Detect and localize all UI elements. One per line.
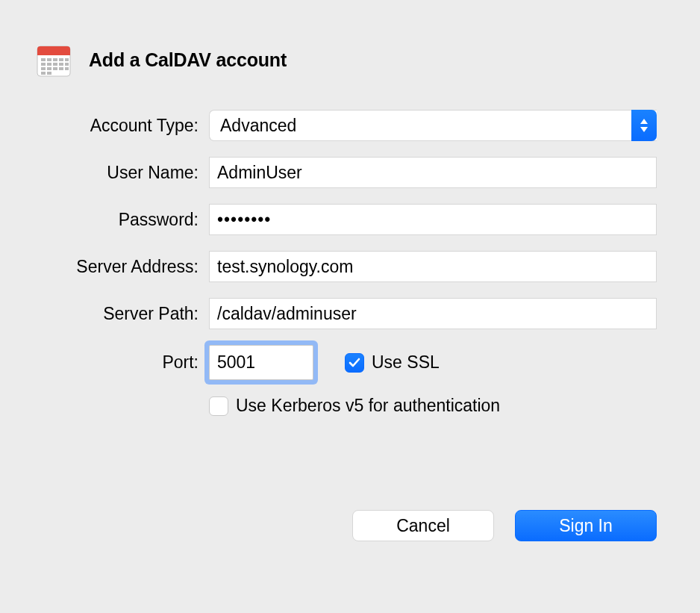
svg-rect-6 (59, 58, 63, 61)
row-account-type: Account Type: Advanced (41, 110, 657, 141)
svg-rect-19 (47, 72, 51, 75)
svg-rect-18 (41, 72, 46, 75)
label-user-name: User Name: (41, 163, 209, 183)
password-input[interactable] (209, 204, 657, 235)
svg-marker-20 (640, 119, 648, 124)
svg-rect-12 (65, 63, 69, 66)
port-input[interactable] (209, 345, 313, 380)
svg-rect-15 (53, 67, 57, 70)
use-ssl-checkbox[interactable]: Use SSL (345, 352, 440, 373)
svg-marker-21 (640, 127, 648, 132)
row-server-path: Server Path: (41, 298, 657, 329)
svg-rect-17 (65, 67, 69, 70)
server-address-input[interactable] (209, 251, 657, 282)
dialog-title: Add a CalDAV account (89, 49, 287, 71)
check-icon (349, 358, 360, 368)
calendar-icon (35, 41, 72, 78)
svg-rect-10 (53, 63, 57, 66)
svg-rect-5 (53, 58, 57, 61)
checkbox-box (209, 396, 228, 416)
add-caldav-dialog: Add a CalDAV account Account Type: Advan… (0, 0, 700, 579)
svg-rect-2 (37, 52, 70, 55)
row-user-name: User Name: (41, 157, 657, 188)
svg-rect-9 (47, 63, 51, 66)
dialog-button-row: Cancel Sign In (41, 510, 657, 541)
label-server-address: Server Address: (41, 257, 209, 277)
svg-rect-3 (41, 58, 46, 61)
label-password: Password: (41, 210, 209, 230)
svg-rect-13 (41, 67, 46, 70)
cancel-button[interactable]: Cancel (352, 510, 494, 541)
row-password: Password: (41, 204, 657, 235)
account-type-select[interactable]: Advanced (209, 110, 657, 141)
account-type-value: Advanced (209, 110, 657, 141)
dialog-header: Add a CalDAV account (35, 41, 657, 78)
row-server-address: Server Address: (41, 251, 657, 282)
svg-rect-14 (47, 67, 51, 70)
svg-rect-11 (59, 63, 63, 66)
checkbox-box (345, 353, 364, 373)
row-port: Port: Use SSL (41, 345, 657, 380)
kerberos-label: Use Kerberos v5 for authentication (236, 396, 500, 416)
svg-rect-8 (41, 63, 46, 66)
row-kerberos: Use Kerberos v5 for authentication (41, 396, 657, 416)
sign-in-button[interactable]: Sign In (515, 510, 657, 541)
server-path-input[interactable] (209, 298, 657, 329)
user-name-input[interactable] (209, 157, 657, 188)
svg-rect-16 (59, 67, 63, 70)
label-port: Port: (41, 352, 209, 373)
label-server-path: Server Path: (41, 304, 209, 324)
chevron-up-down-icon (631, 110, 657, 141)
use-ssl-label: Use SSL (372, 352, 440, 373)
kerberos-checkbox[interactable]: Use Kerberos v5 for authentication (209, 396, 500, 416)
svg-rect-4 (47, 58, 51, 61)
svg-rect-7 (65, 58, 69, 61)
label-account-type: Account Type: (41, 116, 209, 136)
